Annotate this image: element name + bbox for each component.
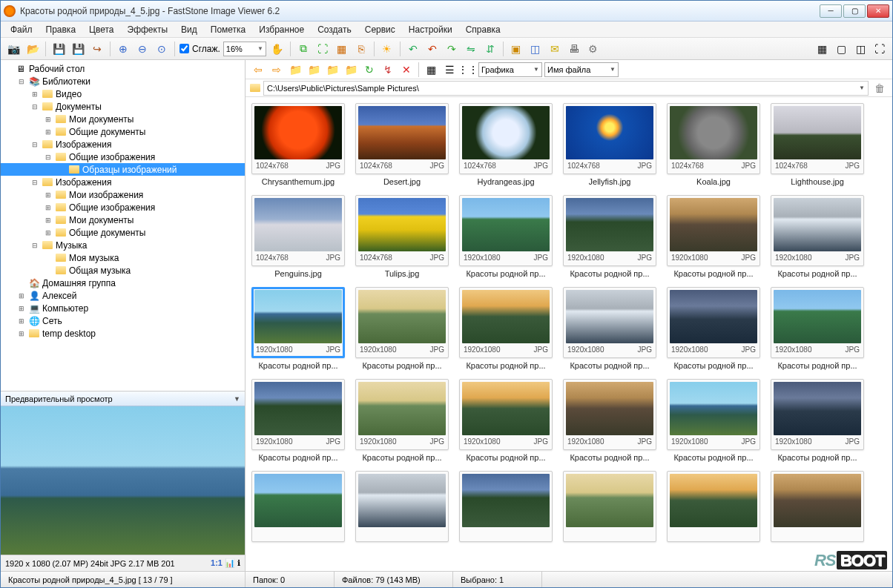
thumbnail[interactable]: 1920x1080JPGКрасоты родной пр... xyxy=(667,195,760,278)
canvas-icon[interactable]: ▦ xyxy=(334,41,350,57)
preview-header[interactable]: Предварительный просмотр ▼ xyxy=(1,392,245,406)
nav-stop-icon[interactable]: ↯ xyxy=(380,62,396,78)
print-icon[interactable]: 🖶 xyxy=(566,41,582,57)
tree-node[interactable]: ⊟Изображения xyxy=(1,176,245,188)
nav-delete-icon[interactable]: ✕ xyxy=(398,62,415,78)
compare-icon[interactable]: ◫ xyxy=(527,41,544,57)
thumbnail[interactable]: 1920x1080JPGКрасоты родной пр... xyxy=(563,287,656,370)
tree-node[interactable]: ⊞Общие документы xyxy=(1,125,245,138)
tree-node[interactable]: Моя музыка xyxy=(1,251,245,264)
thumbnail[interactable] xyxy=(355,471,449,545)
zoom-combo[interactable]: 16%▼ xyxy=(223,42,266,56)
menu-вид[interactable]: Вид xyxy=(176,23,202,36)
thumbnail[interactable]: 1920x1080JPGКрасоты родной пр... xyxy=(667,379,760,462)
thumbnail[interactable]: 1920x1080JPGКрасоты родной пр... xyxy=(667,287,760,370)
thumbnail[interactable]: 1920x1080JPGКрасоты родной пр... xyxy=(771,195,864,278)
tree-node[interactable]: ⊞Мои документы xyxy=(1,214,245,226)
menu-настройки[interactable]: Настройки xyxy=(403,23,458,36)
nav-fwd-icon[interactable]: ⇨ xyxy=(268,62,285,78)
expand-icon[interactable]: ⊞ xyxy=(17,317,26,325)
export-icon[interactable]: ↪ xyxy=(89,41,105,57)
close-button[interactable]: ✕ xyxy=(867,4,889,18)
tree-node[interactable]: ⊞💻Компьютер xyxy=(1,302,245,314)
expand-icon[interactable]: ⊞ xyxy=(17,330,26,337)
nav-up-icon[interactable]: 📁 xyxy=(287,62,303,78)
thumbnail[interactable]: 1920x1080JPGКрасоты родной пр... xyxy=(251,379,345,462)
acquire-icon[interactable]: 📷 xyxy=(5,41,22,57)
path-input[interactable]: C:\Users\Public\Pictures\Sample Pictures… xyxy=(263,81,869,96)
undo-icon[interactable]: ↶ xyxy=(424,41,441,57)
thumbnail[interactable] xyxy=(667,471,760,545)
adjust-icon[interactable]: ☀ xyxy=(379,41,395,57)
histogram-icon[interactable]: 📊 xyxy=(225,558,235,568)
expand-icon[interactable]: ⊞ xyxy=(17,292,26,300)
expand-icon[interactable]: ⊞ xyxy=(44,217,53,224)
tree-node[interactable]: ⊟Документы xyxy=(1,100,245,113)
email-icon[interactable]: ✉ xyxy=(547,41,563,57)
thumbnail[interactable]: 1024x768JPGKoala.jpg xyxy=(667,103,760,186)
expand-icon[interactable]: ⊞ xyxy=(44,191,53,199)
tree-node[interactable]: ⊞Мои изображения xyxy=(1,188,245,201)
slideshow-icon[interactable]: ▣ xyxy=(508,41,524,57)
thumbnail[interactable]: 1024x768JPGTulips.jpg xyxy=(355,195,449,278)
ratio-label[interactable]: 1:1 xyxy=(211,558,223,568)
resize-icon[interactable]: ⛶ xyxy=(314,41,331,57)
thumbnail[interactable]: 1024x768JPGDesert.jpg xyxy=(355,103,449,186)
sort-combo[interactable]: Имя файла▼ xyxy=(544,62,619,77)
nav-fav1-icon[interactable]: 📁 xyxy=(324,62,340,78)
expand-icon[interactable]: ⊞ xyxy=(17,305,26,312)
trash-icon[interactable]: 🗑 xyxy=(871,80,888,96)
expand-icon[interactable]: ⊞ xyxy=(44,128,53,136)
view-single-icon[interactable]: ▢ xyxy=(833,41,849,57)
thumbnail[interactable]: 1024x768JPGPenguins.jpg xyxy=(251,195,345,278)
open-icon[interactable]: 📂 xyxy=(24,41,41,57)
tree-node[interactable]: Общая музыка xyxy=(1,264,245,277)
thumbnail[interactable]: 1920x1080JPGКрасоты родной пр... xyxy=(251,287,345,370)
tree-node[interactable]: ⊞Мои документы xyxy=(1,113,245,125)
thumbnail[interactable] xyxy=(459,471,553,545)
thumbnail[interactable]: 1920x1080JPGКрасоты родной пр... xyxy=(563,379,656,462)
maximize-button[interactable]: ▢ xyxy=(843,4,866,18)
zoom-in-icon[interactable]: ⊕ xyxy=(115,41,131,57)
menu-правка[interactable]: Правка xyxy=(41,23,82,36)
thumbnail[interactable]: 1920x1080JPGКрасоты родной пр... xyxy=(771,287,864,370)
tree-node[interactable]: ⊟Музыка xyxy=(1,239,245,251)
thumbnail[interactable]: 1920x1080JPGКрасоты родной пр... xyxy=(355,379,449,462)
expand-icon[interactable]: ⊟ xyxy=(30,141,39,148)
tree-node[interactable]: ⊟📚Библиотеки xyxy=(1,75,245,87)
rotate-left-icon[interactable]: ↶ xyxy=(405,41,421,57)
expand-icon[interactable]: ⊟ xyxy=(30,103,39,110)
tree-node[interactable]: ⊞👤Алексей xyxy=(1,289,245,302)
tree-node[interactable]: ⊞Общие изображения xyxy=(1,201,245,214)
save-icon[interactable]: 💾 xyxy=(50,41,67,57)
expand-icon[interactable]: ⊟ xyxy=(30,179,39,186)
expand-icon[interactable]: ⊟ xyxy=(30,242,39,249)
collapse-icon[interactable]: ▼ xyxy=(234,395,240,403)
view-mode1-icon[interactable]: ▦ xyxy=(423,62,439,78)
tree-node[interactable]: Образцы изображений xyxy=(1,163,245,176)
view-full-icon[interactable]: ⛶ xyxy=(871,41,888,57)
folder-tree[interactable]: 🖥Рабочий стол⊟📚Библиотеки⊞Видео⊟Документ… xyxy=(1,60,245,392)
thumbnail[interactable]: 1920x1080JPGКрасоты родной пр... xyxy=(771,379,864,462)
nav-home-icon[interactable]: 📁 xyxy=(306,62,322,78)
thumbnail[interactable]: 1024x768JPGHydrangeas.jpg xyxy=(459,103,553,186)
info-icon[interactable]: ℹ xyxy=(237,558,240,568)
zoom-fit-icon[interactable]: ⊙ xyxy=(154,41,170,57)
tree-node[interactable]: ⊞Общие документы xyxy=(1,226,245,239)
thumbnail[interactable]: 1920x1080JPGКрасоты родной пр... xyxy=(355,287,449,370)
preview-pane[interactable] xyxy=(1,406,245,555)
smooth-checkbox[interactable] xyxy=(179,44,189,53)
thumbnail[interactable]: 1024x768JPGLighthouse.jpg xyxy=(771,103,864,186)
tree-node[interactable]: 🖥Рабочий стол xyxy=(1,62,245,75)
menu-файл[interactable]: Файл xyxy=(5,23,38,36)
expand-icon[interactable]: ⊞ xyxy=(44,229,53,237)
thumbnail-grid[interactable]: 1024x768JPGChrysanthemum.jpg1024x768JPGD… xyxy=(246,97,892,571)
thumbnail[interactable]: 1920x1080JPGКрасоты родной пр... xyxy=(563,195,656,278)
menu-цвета[interactable]: Цвета xyxy=(84,23,119,36)
expand-icon[interactable]: ⊞ xyxy=(44,204,53,211)
expand-icon[interactable]: ⊞ xyxy=(30,90,39,98)
flip-h-icon[interactable]: ⇋ xyxy=(463,41,479,57)
thumbnail[interactable]: 1920x1080JPGКрасоты родной пр... xyxy=(459,195,553,278)
thumbnail[interactable]: 1920x1080JPGКрасоты родной пр... xyxy=(459,379,553,462)
nav-refresh-icon[interactable]: ↻ xyxy=(361,62,378,78)
